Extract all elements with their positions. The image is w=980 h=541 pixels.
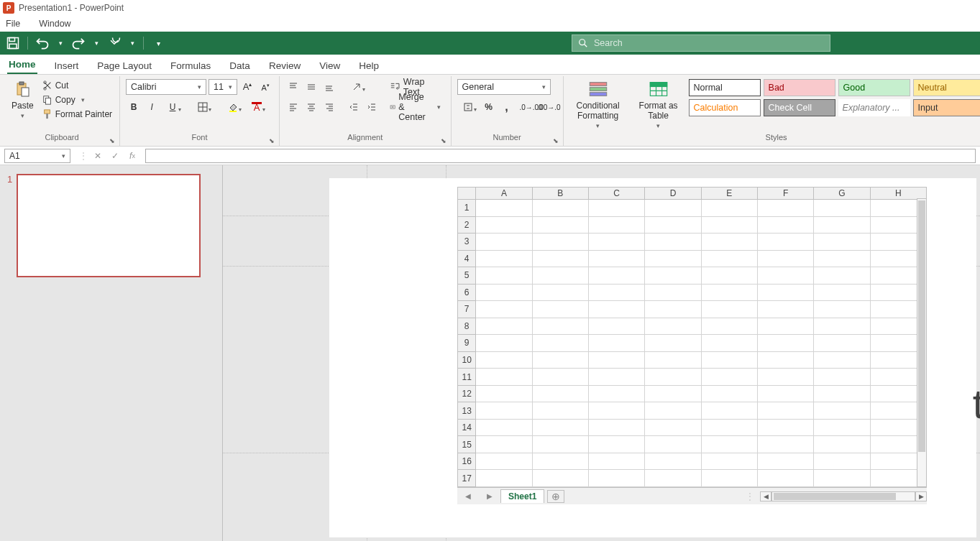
- row-header[interactable]: 7: [458, 301, 476, 318]
- row-header[interactable]: 9: [458, 335, 476, 352]
- cell[interactable]: [589, 200, 645, 217]
- cell[interactable]: [476, 233, 532, 251]
- cell[interactable]: [476, 436, 532, 453]
- font-color-icon[interactable]: A▾: [246, 99, 267, 115]
- accounting-format-icon[interactable]: ▾: [457, 99, 479, 115]
- menu-window[interactable]: Window: [36, 19, 73, 29]
- cell[interactable]: [532, 385, 588, 402]
- cell[interactable]: [645, 233, 701, 251]
- cell[interactable]: [589, 284, 645, 301]
- menu-file[interactable]: File: [3, 19, 23, 29]
- hscroll-left-icon[interactable]: ◀: [760, 491, 771, 501]
- align-right-icon[interactable]: [321, 99, 337, 115]
- cell[interactable]: [701, 216, 757, 233]
- decrease-font-icon[interactable]: A▾: [257, 79, 273, 95]
- row-header[interactable]: 10: [458, 351, 476, 369]
- cell[interactable]: [645, 453, 701, 470]
- cancel-formula-icon[interactable]: ✕: [91, 149, 105, 163]
- align-left-icon[interactable]: [285, 99, 301, 115]
- cell[interactable]: [701, 233, 757, 251]
- row-header[interactable]: 5: [458, 267, 476, 285]
- row-header[interactable]: 3: [458, 233, 476, 251]
- cell[interactable]: [476, 284, 532, 301]
- cell[interactable]: [476, 470, 532, 487]
- cell[interactable]: [589, 402, 645, 420]
- column-header[interactable]: E: [701, 188, 757, 200]
- cell[interactable]: [589, 385, 645, 402]
- align-top-icon[interactable]: [285, 79, 301, 95]
- cell[interactable]: [757, 419, 813, 436]
- column-header[interactable]: G: [814, 188, 870, 200]
- vertical-scrollbar[interactable]: [917, 198, 927, 487]
- cell[interactable]: [532, 250, 588, 267]
- row-header[interactable]: 1: [458, 200, 476, 217]
- tab-formulas[interactable]: Formulas: [169, 57, 212, 74]
- row-header[interactable]: 2: [458, 216, 476, 233]
- cell[interactable]: [814, 250, 870, 267]
- row-header[interactable]: 16: [458, 453, 476, 470]
- cell[interactable]: [476, 453, 532, 470]
- search-box[interactable]: [572, 34, 830, 52]
- select-all-corner[interactable]: [458, 188, 476, 200]
- embedded-excel-object[interactable]: ABCDEFGH1234567891011121314151617 ◀ ▶ Sh…: [457, 187, 927, 504]
- undo-icon[interactable]: [35, 36, 50, 50]
- font-launcher-icon[interactable]: ⬊: [269, 137, 275, 144]
- cell[interactable]: [701, 250, 757, 267]
- cell[interactable]: [589, 436, 645, 453]
- style-input[interactable]: Input: [913, 99, 980, 116]
- cell[interactable]: [476, 301, 532, 318]
- cell[interactable]: [476, 200, 532, 217]
- row-header[interactable]: 17: [458, 470, 476, 487]
- sheet-nav-prev-icon[interactable]: ◀: [457, 492, 479, 500]
- row-header[interactable]: 12: [458, 385, 476, 402]
- increase-decimal-icon[interactable]: .0→.00: [523, 99, 539, 115]
- cell[interactable]: [701, 369, 757, 386]
- cell[interactable]: [589, 250, 645, 267]
- fill-color-icon[interactable]: ▾: [222, 99, 244, 115]
- style-check-cell[interactable]: Check Cell: [764, 99, 835, 116]
- column-header[interactable]: B: [532, 188, 588, 200]
- cell[interactable]: [814, 301, 870, 318]
- formula-input[interactable]: [145, 149, 976, 163]
- cell[interactable]: [589, 470, 645, 487]
- search-input[interactable]: [594, 38, 824, 48]
- cell[interactable]: [814, 385, 870, 402]
- cell[interactable]: [701, 470, 757, 487]
- number-format-dropdown[interactable]: General▾: [457, 79, 551, 95]
- row-header[interactable]: 6: [458, 284, 476, 301]
- cell[interactable]: [645, 284, 701, 301]
- cell[interactable]: [532, 351, 588, 369]
- redo-dropdown-icon[interactable]: ▾: [93, 36, 100, 50]
- cell[interactable]: [757, 284, 813, 301]
- cell[interactable]: [476, 351, 532, 369]
- paste-button[interactable]: Paste ▾: [9, 78, 37, 121]
- cell[interactable]: [589, 216, 645, 233]
- cell[interactable]: [814, 335, 870, 352]
- merge-center-button[interactable]: Merge & Center▾: [385, 99, 445, 115]
- cell[interactable]: [701, 385, 757, 402]
- tab-help[interactable]: Help: [357, 57, 380, 74]
- style-calculation[interactable]: Calculation: [689, 99, 761, 116]
- column-header[interactable]: C: [589, 188, 645, 200]
- decrease-indent-icon[interactable]: [346, 99, 362, 115]
- qat-more-dropdown-icon[interactable]: ▾: [129, 36, 136, 50]
- cell[interactable]: [532, 267, 588, 285]
- font-size-dropdown[interactable]: 11▾: [209, 79, 237, 95]
- cell[interactable]: [645, 419, 701, 436]
- cell[interactable]: [701, 284, 757, 301]
- cell[interactable]: [589, 318, 645, 335]
- horizontal-scrollbar[interactable]: [771, 491, 915, 501]
- cell[interactable]: [701, 351, 757, 369]
- cell[interactable]: [645, 369, 701, 386]
- tab-view[interactable]: View: [318, 57, 342, 74]
- row-header[interactable]: 15: [458, 436, 476, 453]
- cell[interactable]: [701, 318, 757, 335]
- format-as-table-button[interactable]: Format as Table▾: [631, 78, 686, 131]
- save-icon[interactable]: [6, 36, 20, 50]
- cell[interactable]: [814, 284, 870, 301]
- cell[interactable]: [645, 301, 701, 318]
- redo-icon[interactable]: [71, 36, 86, 50]
- cell[interactable]: [589, 453, 645, 470]
- style-good[interactable]: Good: [838, 79, 910, 96]
- cell[interactable]: [814, 216, 870, 233]
